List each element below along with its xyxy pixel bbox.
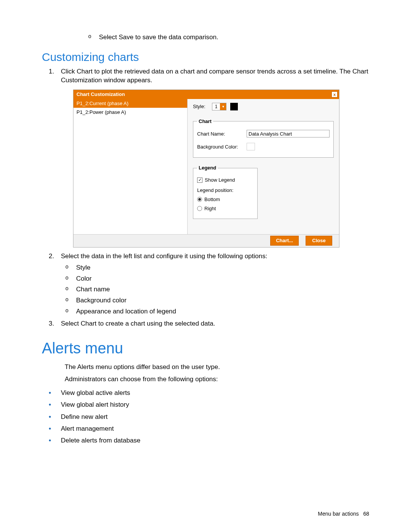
window-title: Chart Customization: [76, 91, 125, 98]
save-bullet-list: Select Save to save the data comparison.: [84, 32, 369, 43]
text: to create a chart using the selected dat…: [97, 320, 215, 327]
opt-legend: Appearance and location of legend: [61, 306, 369, 317]
opt-bg-color: Background color: [61, 295, 369, 306]
heading-customizing-charts: Customizing charts: [42, 51, 369, 64]
footer-page: 68: [363, 511, 369, 517]
steps-list: 1. Click Chart to plot the retrieved dat…: [42, 67, 369, 328]
fieldset-legend: Legend: [197, 165, 218, 171]
text: Click: [61, 68, 77, 75]
admin-opt: View global active alerts: [42, 387, 369, 399]
show-legend-label: Show Legend: [205, 177, 235, 184]
window-body: P1_2:Current (phase A) P1_2:Power (phase…: [73, 99, 339, 234]
step2-options: Style Color Chart name Background color …: [61, 262, 369, 317]
radio-right-row: Right: [197, 205, 253, 212]
close-icon[interactable]: x: [331, 91, 338, 97]
list-item[interactable]: P1_2:Power (phase A): [73, 108, 187, 117]
chart-word: Chart: [77, 68, 93, 75]
step-3: 3. Select Chart to create a chart using …: [42, 320, 369, 328]
save-bullet: Select Save to save the data comparison.: [84, 32, 369, 43]
step-number: 1.: [49, 67, 54, 76]
admin-opt: Delete alerts from database: [42, 435, 369, 446]
admin-options-list: View global active alerts View global al…: [42, 387, 369, 447]
text: Select: [61, 320, 81, 327]
show-legend-checkbox[interactable]: ✓: [197, 177, 202, 183]
page: Select Save to save the data comparison.…: [0, 0, 411, 532]
step-2: 2. Select the data in the left list and …: [42, 252, 369, 317]
heading-alerts-menu: Alerts menu: [42, 340, 369, 357]
radio-bottom[interactable]: [197, 197, 202, 202]
radio-bottom-row: Bottom: [197, 196, 253, 203]
style-label: Style:: [193, 103, 208, 110]
step-1: 1. Click Chart to plot the retrieved dat…: [42, 67, 369, 248]
admin-opt: Alert management: [42, 423, 369, 435]
chart-word: Chart: [81, 320, 97, 327]
style-dropdown[interactable]: 1 ▾: [212, 103, 226, 110]
style-row: Style: 1 ▾: [193, 103, 334, 110]
window-titlebar: Chart Customization x: [73, 90, 339, 99]
chart-fieldset: Chart Chart Name: Background Color:: [193, 118, 334, 158]
data-list[interactable]: P1_2:Current (phase A) P1_2:Power (phase…: [73, 99, 188, 234]
alerts-para-1: The Alerts menu options differ based on …: [65, 363, 369, 372]
chart-customization-window: Chart Customization x P1_2:Current (phas…: [73, 89, 339, 248]
list-item-selected[interactable]: P1_2:Current (phase A): [73, 99, 187, 108]
chart-name-label: Chart Name:: [197, 131, 247, 137]
chart-button[interactable]: Chart...: [270, 236, 299, 246]
legend-position-label-row: Legend position:: [197, 187, 253, 194]
legend-fieldset: Legend ✓ Show Legend Legend position: Bo…: [193, 165, 258, 219]
legend-position-label: Legend position:: [197, 187, 233, 194]
save-word: Save: [119, 34, 134, 41]
opt-chart-name: Chart name: [61, 284, 369, 295]
bg-color-row: Background Color:: [197, 143, 330, 150]
admin-opt: Define new alert: [42, 411, 369, 423]
opt-color: Color: [61, 273, 369, 284]
admin-opt: View global alert history: [42, 399, 369, 411]
opt-style: Style: [61, 262, 369, 273]
text: Select: [99, 34, 119, 41]
footer-section: Menu bar actions: [318, 511, 358, 517]
bg-color-label: Background Color:: [197, 144, 247, 150]
radio-bottom-label: Bottom: [204, 196, 220, 203]
series-color-swatch[interactable]: [230, 103, 238, 110]
text: Select the data in the left list and con…: [61, 252, 267, 260]
step-number: 2.: [49, 252, 54, 261]
chart-name-input[interactable]: [247, 130, 330, 137]
show-legend-row: ✓ Show Legend: [197, 177, 253, 184]
text: to save the data comparison.: [134, 34, 218, 41]
close-button[interactable]: Close: [306, 236, 332, 246]
radio-right[interactable]: [197, 206, 202, 211]
step-number: 3.: [49, 320, 54, 328]
style-value: 1: [212, 103, 220, 110]
alerts-para-2: Administrators can choose from the follo…: [65, 375, 369, 384]
window-footer: Chart... Close: [73, 234, 339, 247]
chart-name-row: Chart Name:: [197, 130, 330, 137]
fieldset-legend: Chart: [197, 118, 213, 125]
text: to plot the retrieved data on a chart an…: [61, 68, 368, 84]
bg-color-swatch[interactable]: [247, 143, 255, 150]
page-footer: Menu bar actions 68: [318, 511, 369, 517]
radio-right-label: Right: [204, 205, 216, 212]
chevron-down-icon[interactable]: ▾: [220, 103, 226, 110]
options-panel: Style: 1 ▾ Chart Chart Name:: [188, 99, 339, 234]
